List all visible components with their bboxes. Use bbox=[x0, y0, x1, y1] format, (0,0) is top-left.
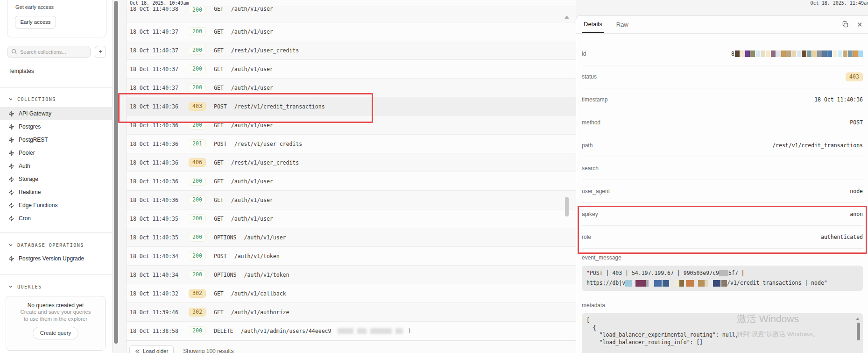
http-method: GET bbox=[214, 7, 224, 12]
scroll-up-arrow-icon[interactable] bbox=[565, 15, 569, 19]
search-collections-input[interactable] bbox=[7, 46, 91, 58]
log-time: 18 Oct 11:40:37 bbox=[127, 29, 185, 35]
detail-field-label: path bbox=[582, 142, 593, 149]
queries-section-header[interactable]: QUERIES bbox=[0, 282, 112, 291]
status-badge: 200 bbox=[189, 233, 206, 242]
log-path: /rest/v1/user_credits bbox=[234, 141, 302, 147]
log-details-panel: Details Raw id 8 bbox=[576, 15, 868, 353]
detail-field-value: POST bbox=[850, 119, 863, 126]
chevron-down-icon bbox=[8, 97, 13, 101]
divider bbox=[0, 232, 112, 233]
http-method: POST bbox=[214, 141, 227, 147]
log-time: 18 Oct 11:40:37 bbox=[127, 66, 185, 72]
detail-field-label: status bbox=[582, 73, 597, 80]
metadata-scrollbar[interactable] bbox=[857, 323, 860, 340]
log-row[interactable]: 18 Oct 11:40:36 406 GET /rest/v1/user_cr… bbox=[127, 153, 576, 172]
log-row[interactable]: 18 Oct 11:39:46 302 GET /auth/v1/authori… bbox=[127, 303, 576, 322]
log-path: /auth/v1/token bbox=[244, 272, 289, 278]
http-method: GET bbox=[214, 122, 224, 129]
tab-details[interactable]: Details bbox=[582, 16, 604, 33]
detail-field-value: authenticated bbox=[821, 234, 863, 240]
sidebar-item-api-gateway[interactable]: API Gateway bbox=[0, 107, 112, 120]
log-row[interactable]: 18 Oct 11:40:35 200 OPTIONS /auth/v1/use… bbox=[127, 228, 576, 247]
redaction-block bbox=[719, 270, 728, 276]
sidebar-item-templates[interactable]: Templates bbox=[0, 65, 112, 78]
detail-field-role: role authenticated bbox=[582, 226, 863, 249]
sidebar-item-pooler[interactable]: Pooler bbox=[0, 146, 112, 159]
log-time: 18 Oct 11:39:46 bbox=[127, 309, 185, 316]
detail-field-path: path /rest/v1/credit_transactions bbox=[582, 134, 863, 157]
http-method: GET bbox=[214, 197, 224, 203]
sidebar-item-label: Postgres Version Upgrade bbox=[19, 255, 84, 262]
log-table-scrollbar[interactable] bbox=[565, 197, 569, 216]
metadata-section: metadata [ { "load_balancer_experimental… bbox=[582, 302, 863, 353]
collections-section-header[interactable]: COLLECTIONS bbox=[0, 94, 112, 104]
detail-field-value: 403 bbox=[846, 72, 863, 81]
sidebar-item-postgrest[interactable]: PostgREST bbox=[0, 133, 112, 146]
log-row[interactable]: 18 Oct 11:38:58 200 DELETE /auth/v1/admi… bbox=[127, 322, 576, 340]
detail-field-search: search bbox=[582, 157, 863, 180]
add-collection-button[interactable]: + bbox=[95, 46, 106, 58]
log-row[interactable]: 18 Oct 11:40:37 200 GET /rest/v1/user_cr… bbox=[127, 41, 576, 60]
sidebar-scrollbar[interactable] bbox=[114, 1, 118, 344]
database-operations-section-header[interactable]: DATABASE OPERATIONS bbox=[0, 240, 112, 250]
http-method: POST bbox=[214, 253, 227, 259]
log-row[interactable]: 18 Oct 11:40:38 200 GET /auth/v1/user bbox=[127, 7, 576, 22]
log-row[interactable]: 18 Oct 11:40:36 200 GET /auth/v1/user bbox=[127, 172, 576, 191]
sidebar-item-postgres[interactable]: Postgres bbox=[0, 120, 112, 133]
divider bbox=[0, 274, 112, 275]
log-time: 18 Oct 11:40:36 bbox=[127, 197, 185, 203]
http-method: OPTIONS bbox=[214, 234, 236, 241]
http-method: GET bbox=[214, 47, 224, 54]
log-time: 18 Oct 11:40:32 bbox=[127, 290, 185, 297]
early-access-button[interactable]: Early access bbox=[15, 16, 56, 29]
sidebar-item-auth[interactable]: Auth bbox=[0, 159, 112, 173]
collections-list: API Gateway Postgres PostgREST Pooler Au… bbox=[0, 107, 112, 225]
scroll-up-arrow-icon[interactable] bbox=[856, 317, 860, 320]
load-older-button[interactable]: Load older bbox=[129, 345, 174, 353]
sidebar-item-edge-functions[interactable]: Edge Functions bbox=[0, 199, 112, 212]
log-path: /auth/v1/admin/users/44eeec9 bbox=[241, 328, 332, 334]
sidebar-item-label: Pooler bbox=[19, 150, 35, 156]
log-path: /auth/v1/user bbox=[231, 66, 273, 72]
log-row[interactable]: 18 Oct 11:40:34 200 POST /auth/v1/token bbox=[127, 247, 576, 266]
event-message-block: "POST | 403 | 54.197.199.67 | 990503e97c… bbox=[582, 266, 863, 291]
log-row[interactable]: 18 Oct 11:40:36 200 GET /auth/v1/user bbox=[127, 116, 576, 135]
log-row[interactable]: 18 Oct 11:40:36 201 POST /rest/v1/user_c… bbox=[127, 135, 576, 153]
results-count: Showing 100 results bbox=[183, 345, 233, 353]
log-path: /auth/v1/user bbox=[231, 29, 273, 35]
log-footer: Load older Showing 100 results bbox=[127, 340, 576, 353]
log-row[interactable]: 18 Oct 11:40:32 302 GET /auth/v1/callbac… bbox=[127, 284, 576, 303]
detail-field-user_agent: user_agent node bbox=[582, 180, 863, 203]
event-message-line: "POST | 403 | 54.197.199.67 | 990503e97c… bbox=[586, 268, 858, 278]
log-row[interactable]: 18 Oct 11:40:36 403 POST /rest/v1/credit… bbox=[127, 97, 576, 116]
log-row[interactable]: 18 Oct 11:40:37 200 GET /auth/v1/user bbox=[127, 79, 576, 97]
log-row[interactable]: 18 Oct 11:40:37 200 GET /auth/v1/user bbox=[127, 60, 576, 79]
detail-field-value: 18 Oct 11:40:36 bbox=[814, 96, 863, 103]
log-row[interactable]: 18 Oct 11:40:35 200 GET /auth/v1/user bbox=[127, 209, 576, 228]
sidebar-item-realtime[interactable]: Realtime bbox=[0, 186, 112, 199]
log-time: 18 Oct 11:40:38 bbox=[127, 7, 185, 12]
sidebar-item-storage[interactable]: Storage bbox=[0, 173, 112, 186]
log-date-header: Oct 18, 2025, 10:49am bbox=[127, 0, 576, 7]
detail-field-label: apikey bbox=[582, 211, 598, 217]
log-path: /auth/v1/callback bbox=[231, 290, 286, 297]
log-time: 18 Oct 11:40:37 bbox=[127, 85, 185, 91]
sidebar-item-label: Realtime bbox=[19, 189, 41, 195]
log-path: /auth/v1/user bbox=[231, 197, 273, 203]
log-path: /rest/v1/user_credits bbox=[231, 47, 299, 54]
close-icon[interactable] bbox=[857, 22, 863, 28]
zap-icon bbox=[8, 189, 14, 195]
sidebar-item-postgres-version-upgrade[interactable]: Postgres Version Upgrade bbox=[0, 252, 112, 265]
status-badge: 200 bbox=[189, 65, 206, 73]
log-row[interactable]: 18 Oct 11:40:36 200 GET /auth/v1/user bbox=[127, 191, 576, 209]
log-row[interactable]: 18 Oct 11:40:34 200 OPTIONS /auth/v1/tok… bbox=[127, 266, 576, 284]
log-row[interactable]: 18 Oct 11:40:37 200 GET /auth/v1/user bbox=[127, 22, 576, 41]
sidebar-item-label: PostgREST bbox=[19, 137, 48, 143]
sidebar-item-cron[interactable]: Cron bbox=[0, 212, 112, 225]
copy-icon[interactable] bbox=[842, 21, 849, 28]
tab-raw[interactable]: Raw bbox=[614, 16, 630, 33]
create-query-button[interactable]: Create query bbox=[33, 327, 78, 339]
sidebar-item-label: Edge Functions bbox=[19, 202, 57, 209]
status-badge: 200 bbox=[189, 195, 206, 204]
